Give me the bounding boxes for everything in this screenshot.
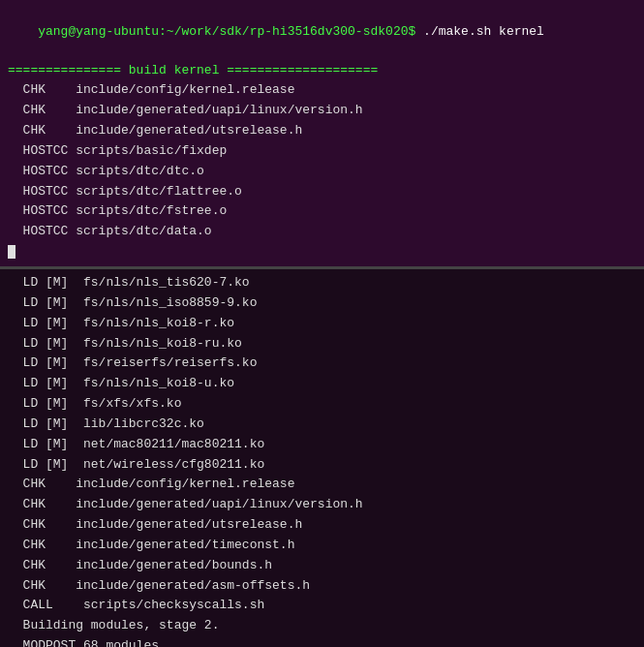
top-terminal: yang@yang-ubuntu:~/work/sdk/rp-hi3516dv3… bbox=[0, 0, 644, 269]
bottom-line-item: LD [M] net/mac80211/mac80211.ko bbox=[0, 435, 644, 455]
top-line-item: HOSTCC scripts/dtc/data.o bbox=[0, 222, 644, 242]
bottom-output-lines: LD [M] fs/nls/nls_tis620-7.ko LD [M] fs/… bbox=[0, 273, 644, 616]
bottom-line-item: CHK include/generated/timeconst.h bbox=[0, 536, 644, 556]
top-line-item: CHK include/config/kernel.release bbox=[0, 80, 644, 101]
bottom-line-item: LD [M] fs/nls/nls_koi8-u.ko bbox=[0, 374, 644, 394]
bottom-line-item: CHK include/generated/bounds.h bbox=[0, 556, 644, 576]
top-line-item: HOSTCC scripts/dtc/flattree.o bbox=[0, 182, 644, 202]
top-separator: =============== build kernel ===========… bbox=[0, 61, 644, 81]
top-command: ./make.sh kernel bbox=[423, 24, 544, 39]
bottom-terminal: LD [M] fs/nls/nls_tis620-7.ko LD [M] fs/… bbox=[0, 269, 644, 647]
top-prompt-line: yang@yang-ubuntu:~/work/sdk/rp-hi3516dv3… bbox=[0, 4, 644, 61]
bottom-line-item: LD [M] fs/xfs/xfs.ko bbox=[0, 394, 644, 415]
bottom-line-item: LD [M] fs/nls/nls_koi8-ru.ko bbox=[0, 334, 644, 354]
bottom-line-item: CALL scripts/checksyscalls.sh bbox=[0, 596, 644, 616]
building-modules-line: Building modules, stage 2. bbox=[0, 616, 644, 636]
bottom-line-item: LD [M] fs/nls/nls_iso8859-9.ko bbox=[0, 293, 644, 314]
bottom-line-item: LD [M] fs/nls/nls_koi8-r.ko bbox=[0, 314, 644, 334]
top-output-lines: CHK include/config/kernel.release CHK in… bbox=[0, 80, 644, 242]
top-cursor-line bbox=[0, 242, 644, 262]
bottom-line-item: CHK include/generated/uapi/linux/version… bbox=[0, 495, 644, 515]
cursor-block bbox=[8, 245, 15, 259]
bottom-line-item: CHK include/generated/utsrelease.h bbox=[0, 515, 644, 536]
bottom-line-item: CHK include/generated/asm-offsets.h bbox=[0, 576, 644, 597]
top-line-item: CHK include/generated/utsrelease.h bbox=[0, 121, 644, 141]
bottom-line-item: LD [M] fs/nls/nls_tis620-7.ko bbox=[0, 273, 644, 293]
bottom-line-item: CHK include/config/kernel.release bbox=[0, 475, 644, 495]
top-prompt: yang@yang-ubuntu:~/work/sdk/rp-hi3516dv3… bbox=[38, 24, 423, 39]
top-line-item: HOSTCC scripts/dtc/dtc.o bbox=[0, 162, 644, 182]
top-line-item: HOSTCC scripts/dtc/fstree.o bbox=[0, 201, 644, 222]
top-line-item: CHK include/generated/uapi/linux/version… bbox=[0, 101, 644, 121]
modpost-line: MODPOST 68 modules bbox=[0, 636, 644, 647]
top-line-item: HOSTCC scripts/basic/fixdep bbox=[0, 141, 644, 162]
bottom-line-item: LD [M] net/wireless/cfg80211.ko bbox=[0, 455, 644, 476]
bottom-line-item: LD [M] lib/libcrc32c.ko bbox=[0, 415, 644, 435]
bottom-line-item: LD [M] fs/reiserfs/reiserfs.ko bbox=[0, 354, 644, 374]
